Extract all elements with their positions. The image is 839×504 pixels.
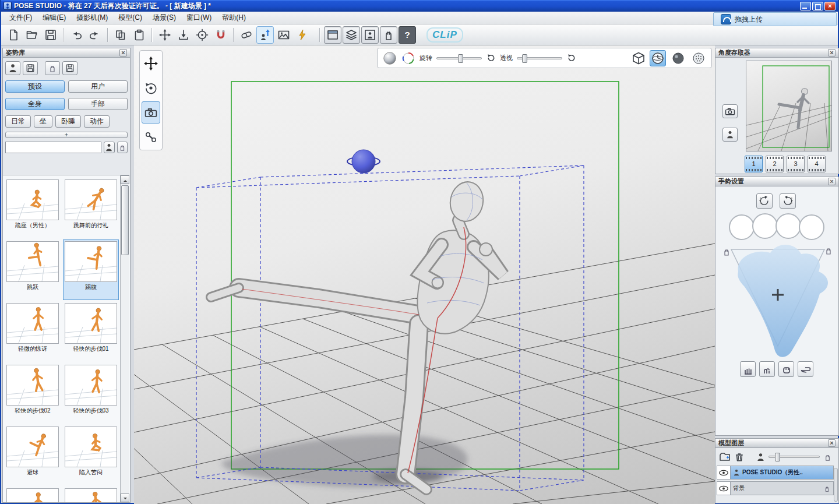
pose-item[interactable] [5,487,61,502]
pose-search-input[interactable] [5,142,101,153]
hand-rotate-left-button[interactable] [756,193,773,209]
pose-item[interactable]: 轻快的步伐03 [63,363,119,424]
titlebar[interactable]: POSE STUDIO - 将在 27 天后再次验证许可证。 - [ 新建场景 … [1,0,838,12]
save-fullbody-pose-icon[interactable] [23,61,38,75]
layers-scrollbar[interactable] [834,468,838,502]
camera-tool-button[interactable] [142,101,160,124]
viewport-3d[interactable]: 旋转 透视 [134,45,715,504]
new-file-button[interactable] [5,26,22,44]
gesture-fist-button[interactable] [778,361,794,377]
display-shaded-button[interactable] [670,50,686,66]
pose-item-selected[interactable]: 踢腹 [63,239,119,300]
category-daily-button[interactable]: 日常 [5,115,31,128]
menu-camera[interactable]: 摄影机(M) [72,12,112,24]
hand-gesture-diagram[interactable] [721,213,834,359]
visibility-eye-icon[interactable] [717,466,731,480]
pose-item[interactable]: 跪座（男性） [5,178,61,238]
angle-accessor-header[interactable]: 角度存取器 × [715,48,839,58]
scrollbar-thumb[interactable] [121,185,129,255]
pose-item[interactable]: 跳舞前的行礼 [63,178,119,238]
category-lie-button[interactable]: 卧睡 [55,115,81,128]
menu-help[interactable]: 帮助(H) [217,12,251,24]
scope-fullbody-button[interactable]: 全身 [5,98,65,110]
angle-slot-3[interactable]: 3 [787,156,805,172]
gesture-flat-button[interactable] [798,361,813,377]
pose-list-scrollbar[interactable] [120,175,129,502]
pose-item[interactable]: 陷入苦闷 [63,425,119,485]
redo-button[interactable] [86,26,104,44]
paste-button[interactable] [131,26,148,44]
rotate-slider-thumb[interactable] [458,54,463,63]
rotate-slider[interactable] [436,57,482,59]
perspective-reset-icon[interactable] [566,53,576,63]
register-fullbody-pose-icon[interactable] [5,61,20,75]
rotate-tool-button[interactable] [142,77,160,99]
gesture-grip-button[interactable] [759,361,775,377]
source-preset-button[interactable]: 预设 [5,80,65,93]
register-hand-pose-icon[interactable] [45,61,60,75]
pose-panel-toggle[interactable] [361,26,379,44]
layers-panel-toggle[interactable] [343,26,360,44]
display-texture-button[interactable] [690,50,707,66]
cube-view-icon[interactable] [632,51,646,65]
angle-slot-2[interactable]: 2 [766,156,784,172]
menu-scene[interactable]: 场景(S) [148,12,181,24]
layer-row-background[interactable]: 背景 [717,481,834,496]
snap-magnet-button[interactable] [212,26,230,44]
pose-item[interactable]: 跳跃 [5,239,61,300]
copy-button[interactable] [112,26,129,44]
save-button[interactable] [42,26,59,44]
category-expander-button[interactable]: + [5,132,128,138]
search-fullbody-icon[interactable] [104,142,115,153]
model-layers-header[interactable]: 模型图层 × [715,438,839,448]
angle-slot-4[interactable]: 4 [808,156,826,172]
hand-panel-toggle[interactable] [380,26,397,44]
menu-edit[interactable]: 编辑(E) [38,12,70,24]
grab-hand-icon[interactable] [823,453,832,461]
pose-item[interactable]: 轻快的步伐02 [5,363,61,424]
root-handle-sphere[interactable] [347,150,380,173]
scroll-down-icon[interactable] [121,494,129,502]
close-icon[interactable]: × [828,439,836,447]
drop-to-floor-button[interactable] [175,26,192,44]
close-button[interactable]: × [824,2,836,10]
angle-preview[interactable] [746,61,832,151]
undo-button[interactable] [68,26,85,44]
close-icon[interactable]: × [828,49,836,57]
menu-window[interactable]: 窗口(W) [182,12,216,24]
add-folder-icon[interactable] [719,452,731,462]
scope-hand-button[interactable]: 手部 [68,98,128,110]
delete-layer-icon[interactable] [734,452,745,462]
model-opacity-slider[interactable] [769,456,820,458]
menu-file[interactable]: 文件(F) [5,12,37,24]
opacity-sl대er-thumb[interactable] [775,453,780,461]
perspective-slider-thumb[interactable] [522,54,527,63]
move-tool-button[interactable] [142,52,160,75]
minimize-button[interactable] [800,2,811,10]
background-image-button[interactable] [275,26,292,44]
hand-rotate-right-button[interactable] [780,193,796,209]
close-icon[interactable]: × [119,49,127,57]
focus-target-button[interactable] [193,26,211,44]
pose-item[interactable]: 轻快的步伐01 [63,301,119,362]
pose-item[interactable] [63,487,119,502]
hand-setup-header[interactable]: 手势设置 × [715,177,839,186]
rotate-reset-icon[interactable] [486,53,496,63]
layer-row-model[interactable]: POSE STUDIO（男性.. [717,465,834,480]
close-icon[interactable]: × [828,178,836,185]
drag-upload-button[interactable]: 拖拽上传 [716,13,767,25]
visibility-eye-icon[interactable] [717,481,731,495]
pose-item[interactable]: 轻微的惊讶 [5,301,61,362]
open-file-button[interactable] [23,26,41,44]
gesture-open-button[interactable] [740,361,756,377]
display-rotation-button[interactable] [650,50,666,66]
menu-model[interactable]: 模型(C) [114,12,147,24]
help-button[interactable]: ? [399,26,416,44]
search-hand-icon[interactable] [117,142,128,153]
reset-transform-button[interactable] [156,26,174,44]
category-action-button[interactable]: 动作 [84,115,110,128]
joint-tool-button[interactable] [142,126,160,148]
raise-figure-button[interactable] [256,26,274,44]
perspective-slider[interactable] [517,57,562,59]
angle-slot-1[interactable]: 1 [745,156,763,172]
